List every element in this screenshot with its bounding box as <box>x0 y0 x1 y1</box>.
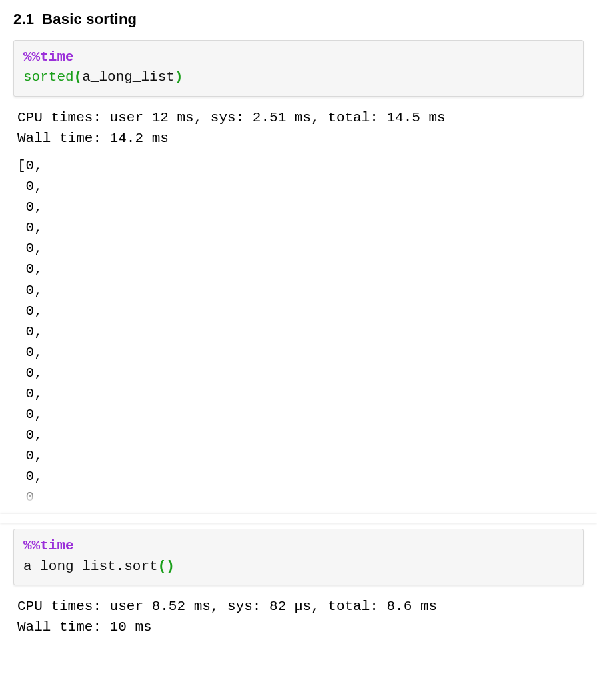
paren-close: ) <box>166 559 175 574</box>
func-name: sorted <box>23 69 74 85</box>
paren-open: ( <box>74 69 83 85</box>
wall-time-line: Wall time: 14.2 ms <box>17 131 169 146</box>
dot: . <box>116 559 125 574</box>
magic-command: %%time <box>23 49 74 65</box>
code-cell-1: %%time sorted(a_long_list) CPU times: us… <box>13 40 584 510</box>
section-number: 2.1 <box>13 11 34 27</box>
paren-open: ( <box>158 559 167 574</box>
cpu-times-line: CPU times: user 8.52 ms, sys: 82 µs, tot… <box>17 599 437 614</box>
cpu-times-line: CPU times: user 12 ms, sys: 2.51 ms, tot… <box>17 110 446 125</box>
timing-output-1: CPU times: user 12 ms, sys: 2.51 ms, tot… <box>13 103 584 151</box>
section-heading: 2.1Basic sorting <box>13 11 584 28</box>
object-name: a_long_list <box>23 559 116 574</box>
magic-command: %%time <box>23 538 74 553</box>
code-cell-2: %%time a_long_list.sort() CPU times: use… <box>13 529 584 640</box>
section-title: Basic sorting <box>42 11 137 27</box>
timing-output-2: CPU times: user 8.52 ms, sys: 82 µs, tot… <box>13 592 584 640</box>
wall-time-line: Wall time: 10 ms <box>17 619 152 635</box>
code-input-2[interactable]: %%time a_long_list.sort() <box>13 529 584 585</box>
code-input-1[interactable]: %%time sorted(a_long_list) <box>13 40 584 97</box>
result-output-1: [0, 0, 0, 0, 0, 0, 0, 0, 0, 0, 0, 0, 0, … <box>13 151 584 510</box>
result-preview: [0, 0, 0, 0, 0, 0, 0, 0, 0, 0, 0, 0, 0, … <box>17 158 43 505</box>
method-name: sort <box>124 559 157 574</box>
paren-close: ) <box>175 69 183 85</box>
argument: a_long_list <box>82 69 175 85</box>
notebook-page: 2.1Basic sorting %%time sorted(a_long_li… <box>0 0 597 657</box>
cell-separator <box>0 514 597 523</box>
